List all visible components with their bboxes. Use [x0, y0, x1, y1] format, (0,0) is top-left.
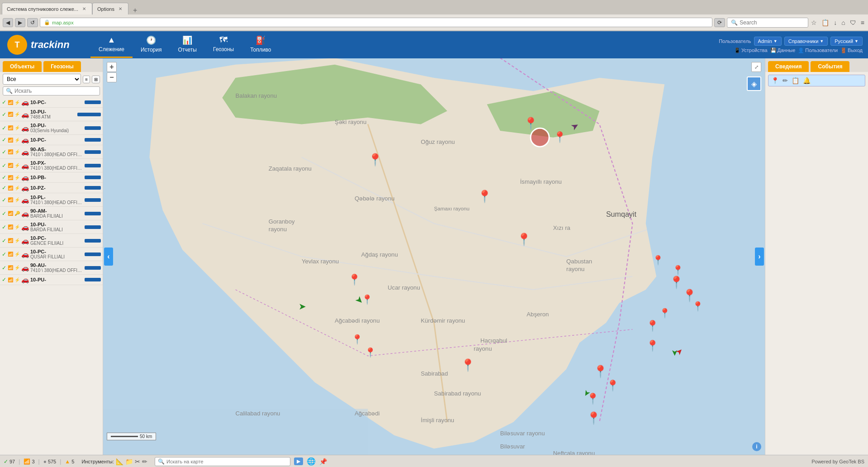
check-1: ✓: [2, 99, 6, 105]
vehicle-item-3[interactable]: ✓ 📶 ⚡ 🚗 10-PU- 03(Servis Hyundai): [0, 121, 103, 135]
vsub-10: BARDA FILIIALI: [30, 214, 82, 219]
svg-point-53: [531, 128, 549, 147]
map-info-button[interactable]: i: [752, 442, 761, 451]
route-icon[interactable]: ✏: [783, 77, 788, 84]
vehicle-item-15[interactable]: ✓ 📶 ⚡ 🚗 10-PU-: [0, 275, 103, 285]
tab-2[interactable]: Options ✕: [92, 3, 128, 14]
svg-text:📍: 📍: [368, 152, 383, 167]
user-label: Пользователь: [719, 38, 751, 44]
forward-button[interactable]: ▶: [15, 18, 25, 27]
vehicle-item-6[interactable]: ✓ 📶 ⚡ 🚗 10-PX- 7410 \ 380(HEAD OFFICE: [0, 159, 103, 172]
vehicle-item-9[interactable]: ✓ 📶 ⚡ 🚗 10-PL- 7410 \ 380(HEAD OFFICE: [0, 193, 103, 207]
zoom-out-button[interactable]: −: [107, 72, 117, 82]
nav-istoriya[interactable]: 🕐 История: [133, 32, 170, 58]
layer-button[interactable]: ◈: [747, 76, 761, 91]
check-12: ✓: [2, 238, 6, 244]
admin-button[interactable]: Admin ▼: [754, 37, 782, 46]
vehicle-item-8[interactable]: ✓ 📶 ⚡ 🚗 10-PZ-: [0, 183, 103, 193]
stat-signal: 📶 3: [24, 458, 34, 465]
vname-2: 10-PU-: [30, 109, 75, 114]
tool-measure-icon[interactable]: 📐: [116, 458, 123, 465]
vehicle-item-2[interactable]: ✓ 📶 ⚡ 🚗 10-PU- 7488 ATM: [0, 108, 103, 121]
nav-sledenie[interactable]: ▲ Слежение: [90, 32, 133, 58]
vehicle-item-1[interactable]: ✓ 📶 ⚡ 🚗 10-PC-: [0, 97, 103, 108]
nav-toplivo[interactable]: ⛽ Топливо: [242, 32, 279, 58]
svedeniya-tab[interactable]: Сведения: [768, 61, 809, 72]
location-icon[interactable]: 📍: [771, 77, 779, 84]
circle-stat-icon: ●: [43, 458, 47, 465]
clipboard-icon[interactable]: 📋: [792, 77, 799, 84]
address-bar[interactable]: 🔒 map.aspx: [40, 18, 712, 27]
list-view-btn[interactable]: ≡: [83, 76, 90, 83]
spravochniki-button[interactable]: Справочники ▼: [784, 37, 828, 46]
refresh-button[interactable]: ↺: [27, 18, 38, 27]
tools-label: Инструменты:: [81, 459, 114, 464]
check-10: ✓: [2, 210, 6, 217]
signal1-15: 📶: [8, 277, 13, 282]
tool-pencil-icon[interactable]: ✏: [142, 458, 147, 465]
map-search-row[interactable]: 🔍: [155, 457, 290, 466]
lang-button[interactable]: Русский ▼: [830, 37, 863, 46]
vinfo-9: 10-PL- 7410 \ 380(HEAD OFFICE: [30, 195, 82, 205]
back-button[interactable]: ◀: [3, 18, 13, 27]
vehicle-item-11[interactable]: ✓ 📶 ⚡ 🚗 10-PU- BARDA FILIIALI: [0, 220, 103, 234]
tab-2-close[interactable]: ✕: [117, 6, 123, 12]
nav-bar: ◀ ▶ ↺ 🔒 map.aspx ⟳ 🔍 ☆ 📋 ↓ ⌂ 🛡 ≡: [0, 14, 868, 31]
home-icon[interactable]: ⌂: [840, 18, 846, 27]
vehicle-item-5[interactable]: ✓ 📶 ⚡ 🚗 90-AS- 7410 \ 380(HEAD OFFICE: [0, 145, 103, 159]
vinfo-5: 90-AS- 7410 \ 380(HEAD OFFICE: [30, 147, 82, 157]
vehicle-search-input[interactable]: [14, 88, 97, 94]
signal2-3: ⚡: [14, 125, 20, 130]
map-right-button[interactable]: ›: [755, 248, 764, 266]
tool-clip-icon[interactable]: ✂: [135, 458, 140, 465]
vehicle-search-row[interactable]: 🔍: [3, 86, 100, 95]
geozones-tab[interactable]: Геозоны: [43, 61, 81, 72]
objects-tab[interactable]: Объекты: [3, 61, 42, 72]
menu-icon[interactable]: ≡: [860, 18, 865, 27]
nav-geozony[interactable]: 🗺 Геозоны: [205, 32, 242, 58]
vyhod-link[interactable]: 🚪 Выход: [840, 48, 863, 53]
shield-icon[interactable]: 🛡: [849, 18, 857, 27]
filter-select[interactable]: Все: [3, 74, 81, 85]
dannye-link[interactable]: 💾 Данные: [770, 48, 796, 53]
browser-search-bar[interactable]: 🔍: [727, 18, 808, 28]
scale-line: [111, 436, 138, 437]
browser-search-input[interactable]: [740, 19, 804, 26]
signal1-3: 📶: [8, 125, 13, 130]
vehicle-item-13[interactable]: ✓ 📶 ⚡ 🚗 10-PC- QUSAR FILLIALI: [0, 248, 103, 261]
map-icon-1[interactable]: 🌐: [307, 457, 316, 466]
grid-view-btn[interactable]: ⊞: [92, 76, 100, 83]
map-left-button[interactable]: ‹: [104, 248, 113, 266]
check-4: ✓: [2, 137, 6, 143]
map-area[interactable]: Sumqayit İsmayıllı rayonu Oğuz rayonu Şə…: [103, 58, 765, 455]
map-search-input[interactable]: [166, 459, 287, 464]
vehicle-item-7[interactable]: ✓ 📶 ⚡ 🚗 10-PB-: [0, 172, 103, 183]
toplivo-label: Топливо: [250, 47, 271, 53]
polzovateli-link[interactable]: 👤 Пользователи: [798, 48, 838, 53]
vehicle-item-14[interactable]: ✓ 📶 ⚡ 🚗 90-AU- 7410 \ 380(HEAD OFFICE: [0, 261, 103, 275]
svg-text:Biləsuvar: Biləsuvar: [500, 443, 525, 450]
bottom-tools: Инструменты: 📐 📁 ✂ ✏: [81, 458, 147, 465]
new-tab-button[interactable]: +: [130, 6, 140, 14]
zoom-in-button[interactable]: +: [107, 62, 117, 72]
map-icon-2[interactable]: 📌: [319, 458, 327, 465]
bookmark2-icon[interactable]: 📋: [821, 18, 830, 27]
tab-1-close[interactable]: ✕: [81, 6, 87, 12]
vehicle-item-4[interactable]: ✓ 📶 ⚡ 🚗 10-PC-: [0, 135, 103, 145]
expand-button[interactable]: ⤢: [751, 62, 761, 72]
nav-otchety[interactable]: 📊 Отчеты: [170, 32, 204, 58]
spravochniki-label: Справочники: [788, 38, 819, 44]
sobytiya-tab[interactable]: События: [811, 61, 849, 72]
tab-1[interactable]: Система спутникового слеже... ✕: [2, 3, 92, 14]
ustroistva-link[interactable]: 📱 Устройства: [734, 48, 768, 53]
vehicle-item-10[interactable]: ✓ 📶 🔑 🚗 90-AM- BARDA FILIIALI: [0, 207, 103, 220]
bookmark-icon[interactable]: ☆: [810, 18, 818, 27]
reload-button[interactable]: ⟳: [714, 18, 725, 27]
map-search-go-button[interactable]: ▶: [294, 457, 303, 465]
vehicle-item-12[interactable]: ✓ 📶 ⚡ 🚗 10-PC- GENCE FILIIALI: [0, 234, 103, 248]
arrow-stat-icon: ▲: [65, 458, 70, 465]
tool-folder-icon[interactable]: 📁: [125, 458, 133, 465]
download-icon[interactable]: ↓: [833, 18, 838, 27]
tab-bar: Система спутникового слеже... ✕ Options …: [0, 0, 868, 14]
bell-icon[interactable]: 🔔: [803, 77, 811, 84]
